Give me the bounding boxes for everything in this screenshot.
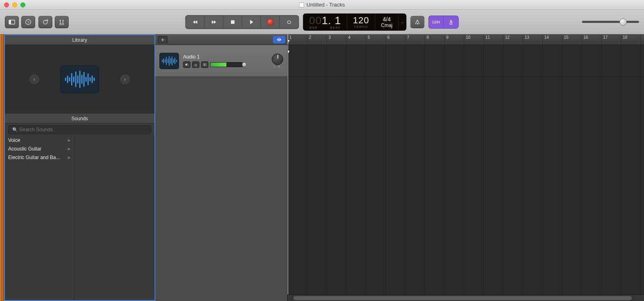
quick-help-button[interactable]: ? <box>21 16 35 28</box>
mute-button[interactable] <box>183 61 190 68</box>
ruler-mark[interactable]: 13 <box>523 34 543 45</box>
search-icon: 🔍 <box>12 127 18 133</box>
toolbar: ? 001. 1 BARBEAT 120 TEMPO <box>0 10 644 34</box>
browser-item[interactable]: Voice▶ <box>5 136 74 144</box>
lcd-key[interactable]: Cmaj <box>381 23 393 28</box>
ruler-mark[interactable]: 9 <box>445 34 464 45</box>
editors-button[interactable] <box>55 16 69 28</box>
window-titlebar: Untitled - Tracks <box>0 0 644 10</box>
metronome-button[interactable] <box>444 16 458 28</box>
svg-rect-9 <box>231 20 235 24</box>
ruler-mark[interactable]: 6 <box>386 34 405 45</box>
lcd-menu-caret-icon[interactable]: ⌄ <box>399 14 406 30</box>
browser-column-1: Voice▶ Acoustic Guitar▶ Electric Guitar … <box>5 136 74 300</box>
add-track-button[interactable]: + <box>158 36 168 43</box>
library-preview: ‹ › <box>5 45 154 114</box>
playhead-icon[interactable] <box>288 34 288 45</box>
chevron-right-icon: ▶ <box>68 147 71 151</box>
track-volume-meter <box>210 62 243 67</box>
ruler-mark[interactable]: 17 <box>602 34 621 45</box>
lcd-bar-pad: 00 <box>309 14 322 27</box>
library-header: Library <box>5 35 154 45</box>
playhead-line[interactable] <box>288 45 288 294</box>
tuner-button[interactable] <box>411 16 425 28</box>
browser-item[interactable]: Electric Guitar and Ba...▶ <box>5 153 74 162</box>
play-button[interactable] <box>242 16 261 29</box>
track-header-toolbar: + <box>155 34 288 45</box>
svg-text:?: ? <box>27 20 29 24</box>
zoom-window-icon[interactable] <box>20 2 25 7</box>
track-lane[interactable] <box>288 45 644 77</box>
smart-controls-button[interactable] <box>38 16 52 28</box>
arrangement-grid[interactable] <box>288 45 644 294</box>
pan-knob[interactable] <box>272 54 283 65</box>
ruler-mark[interactable]: 8 <box>425 34 445 45</box>
horizontal-scrollbar[interactable] <box>288 294 644 301</box>
scrollbar-thumb[interactable] <box>293 296 632 300</box>
cycle-button[interactable] <box>280 16 298 29</box>
search-sounds-input[interactable] <box>8 125 151 134</box>
waveform-icon <box>65 71 95 88</box>
minimize-window-icon[interactable] <box>12 2 17 7</box>
ruler-mark[interactable]: 12 <box>503 34 523 45</box>
library-toggle-button[interactable] <box>5 16 19 28</box>
stop-button[interactable] <box>223 16 242 29</box>
ruler-mark[interactable]: 10 <box>464 34 484 45</box>
ruler-mark[interactable]: 1 <box>288 34 307 45</box>
track-filter-button[interactable] <box>273 36 285 43</box>
timeline-grid-area <box>288 45 644 301</box>
input-monitor-button[interactable] <box>201 61 208 68</box>
ruler-mark[interactable]: 7 <box>405 34 425 45</box>
ruler-mark[interactable]: 14 <box>543 34 562 45</box>
document-icon <box>299 2 304 7</box>
ruler-mark[interactable]: 15 <box>562 34 582 45</box>
rewind-button[interactable] <box>186 16 204 29</box>
svg-point-15 <box>204 64 206 65</box>
forward-button[interactable] <box>204 16 223 29</box>
chevron-right-icon: ▶ <box>68 155 71 159</box>
ruler-mark[interactable]: 3 <box>327 34 347 45</box>
lcd-time-signature[interactable]: 4/4 <box>383 16 391 22</box>
lcd-tempo[interactable]: 120 <box>353 16 369 25</box>
track-volume-slider[interactable] <box>242 62 247 67</box>
browser-column-2 <box>74 136 154 300</box>
solo-button[interactable] <box>192 61 199 68</box>
svg-line-13 <box>188 63 189 65</box>
lcd-display[interactable]: 001. 1 BARBEAT 120 TEMPO 4/4 Cmaj ⌄ <box>303 13 406 31</box>
library-browser: Voice▶ Acoustic Guitar▶ Electric Guitar … <box>5 136 154 300</box>
ruler-mark[interactable]: 16 <box>582 34 602 45</box>
ruler-mark[interactable]: 4 <box>347 34 366 45</box>
svg-point-6 <box>47 19 48 20</box>
count-in-button[interactable]: 1234 <box>429 16 444 28</box>
record-icon <box>267 19 273 25</box>
browser-item-label: Voice <box>8 137 20 143</box>
record-button[interactable] <box>261 16 280 29</box>
svg-rect-1 <box>9 20 11 24</box>
browser-item-label: Electric Guitar and Ba... <box>8 155 60 160</box>
svg-point-7 <box>60 23 61 25</box>
timeline-ruler[interactable]: 123456789101112131415161718 <box>288 34 644 45</box>
browser-item-label: Acoustic Guitar <box>8 146 41 152</box>
patch-preview-icon <box>60 65 99 93</box>
waveform-icon <box>162 56 177 66</box>
svg-point-8 <box>62 23 64 25</box>
transport-controls <box>185 15 299 29</box>
ruler-mark[interactable]: 18 <box>621 34 641 45</box>
library-next-button[interactable]: › <box>119 74 131 85</box>
slider-thumb-icon[interactable] <box>619 18 627 26</box>
ruler-mark[interactable]: 11 <box>484 34 503 45</box>
chevron-right-icon: ▶ <box>68 138 71 142</box>
library-panel: Library ‹ › Sounds 🔍 Voice▶ Acoustic Gui… <box>4 34 155 301</box>
wood-side-panel <box>0 34 4 301</box>
track-type-icon <box>159 53 179 69</box>
master-volume-slider[interactable] <box>582 20 639 24</box>
library-prev-button[interactable]: ‹ <box>29 74 40 85</box>
ruler-mark[interactable]: 5 <box>366 34 386 45</box>
close-window-icon[interactable] <box>4 2 9 7</box>
browser-item[interactable]: Acoustic Guitar▶ <box>5 144 74 153</box>
lcd-bar-label: BAR <box>310 26 318 29</box>
count-in-label: 1234 <box>432 20 440 24</box>
track-header-row[interactable]: Audio 1 L R <box>155 45 287 77</box>
track-name[interactable]: Audio 1 <box>183 54 268 60</box>
ruler-mark[interactable]: 2 <box>307 34 327 45</box>
